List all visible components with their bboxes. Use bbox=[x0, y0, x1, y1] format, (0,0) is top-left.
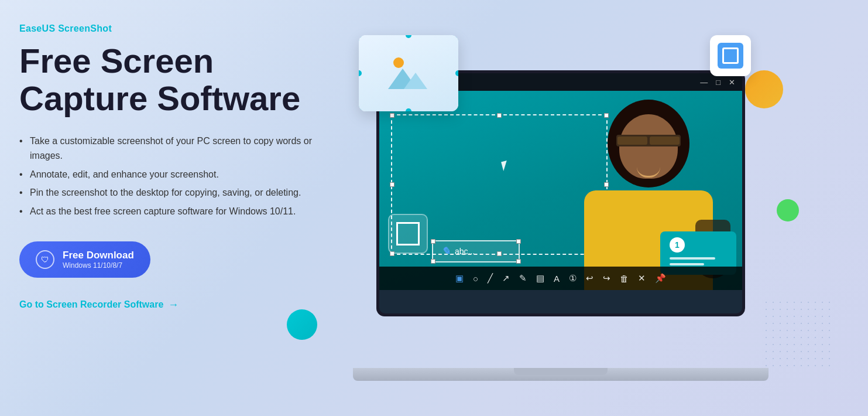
maximize-button[interactable]: □ bbox=[716, 78, 721, 87]
tool-close[interactable]: ✕ bbox=[638, 273, 646, 284]
sunglasses bbox=[616, 135, 681, 146]
tool-undo[interactable]: ↩ bbox=[586, 273, 593, 284]
screenshot-toolbar: ▣ ○ ╱ ↗ ✎ ▤ A ① ↩ ↪ 🗑 ✕ 📌 bbox=[379, 267, 742, 290]
list-line-1 bbox=[670, 257, 715, 260]
preview-card bbox=[359, 35, 458, 111]
crop-frame bbox=[722, 47, 739, 64]
download-button[interactable]: 🛡 Free Download Windows 11/10/8/7 bbox=[19, 241, 150, 278]
ann-handle bbox=[516, 239, 521, 244]
decorative-dots bbox=[763, 299, 833, 369]
close-button[interactable]: ✕ bbox=[729, 78, 735, 87]
pencil-icon: ✎ bbox=[441, 245, 450, 258]
laptop-notch bbox=[514, 368, 608, 375]
tool-redo[interactable]: ↪ bbox=[603, 273, 610, 284]
sel-handle-ml bbox=[390, 182, 394, 187]
minimize-button[interactable]: — bbox=[700, 78, 708, 87]
c-handle-bl bbox=[396, 240, 402, 245]
left-content-panel: EaseUS ScreenShot Free Screen Capture So… bbox=[19, 23, 347, 311]
c-handle-tl bbox=[396, 222, 402, 228]
decorative-circle-teal bbox=[287, 309, 317, 340]
mountain-fg bbox=[404, 73, 427, 89]
tool-numbering[interactable]: ① bbox=[569, 273, 577, 284]
arrow-icon: → bbox=[168, 299, 179, 311]
handle-mr bbox=[455, 70, 458, 76]
sun-decoration bbox=[393, 57, 404, 68]
tool-mosaic[interactable]: ▤ bbox=[536, 273, 544, 284]
c-handle-br bbox=[414, 240, 420, 245]
tool-line1[interactable]: ╱ bbox=[488, 273, 493, 284]
list-item: Act as the best free screen capture soft… bbox=[19, 204, 347, 219]
btn-text: Free Download Windows 11/10/8/7 bbox=[63, 250, 134, 270]
hero-illustration: — □ ✕ bbox=[330, 29, 768, 381]
shield-icon: 🛡 bbox=[36, 250, 54, 269]
ann-handle bbox=[431, 239, 435, 244]
annotation-textbox: ✎ abc... bbox=[432, 240, 520, 262]
features-list: Take a customizable screenshot of your P… bbox=[19, 134, 347, 219]
tool-select[interactable]: ▣ bbox=[455, 273, 464, 284]
annotation-text: abc... bbox=[455, 247, 475, 256]
crop-icon-float bbox=[710, 35, 751, 76]
image-placeholder-icon bbox=[385, 53, 432, 94]
decorative-circle-green bbox=[777, 199, 799, 221]
list-line-2 bbox=[670, 263, 704, 265]
number-badge: 1 bbox=[670, 237, 685, 253]
brand-name: EaseUS ScreenShot bbox=[19, 23, 347, 34]
tool-pin[interactable]: 📌 bbox=[655, 273, 666, 284]
tool-pen[interactable]: ✎ bbox=[519, 273, 527, 284]
ann-handle bbox=[516, 259, 521, 264]
tool-text[interactable]: A bbox=[554, 274, 560, 284]
list-item: Take a customizable screenshot of your P… bbox=[19, 134, 347, 163]
screen-content: ✎ abc... 1 ▣ ○ ╱ ↗ ✎ ▤ A bbox=[379, 91, 742, 290]
crop-icon bbox=[718, 43, 743, 69]
recorder-link[interactable]: Go to Screen Recorder Software → bbox=[19, 299, 347, 311]
tool-delete[interactable]: 🗑 bbox=[620, 274, 629, 284]
c-handle-tr bbox=[414, 222, 420, 228]
handle-bm bbox=[406, 108, 411, 111]
laptop-base bbox=[353, 368, 768, 381]
list-item: Annotate, edit, and enhance your screens… bbox=[19, 167, 347, 182]
capture-frame-icon bbox=[396, 222, 420, 245]
tool-oval[interactable]: ○ bbox=[473, 274, 478, 284]
sel-handle-tl bbox=[390, 113, 394, 118]
list-item: Pin the screenshot to the desktop for co… bbox=[19, 185, 347, 200]
handle-br bbox=[455, 108, 458, 111]
tool-arrow[interactable]: ↗ bbox=[502, 273, 510, 284]
sel-handle-tm bbox=[497, 113, 502, 118]
capture-tool-icon bbox=[388, 214, 428, 254]
ann-handle bbox=[431, 259, 435, 264]
page-title: Free Screen Capture Software bbox=[19, 42, 347, 117]
